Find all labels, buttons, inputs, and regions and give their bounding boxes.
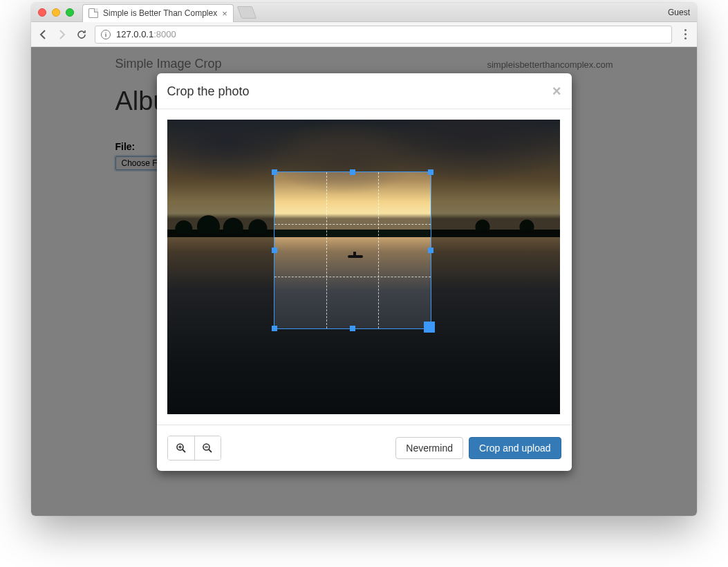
crop-handle-e[interactable] — [428, 248, 433, 253]
close-icon[interactable]: × — [552, 84, 561, 99]
crop-handle-nw[interactable] — [272, 169, 277, 175]
crop-selection[interactable] — [274, 172, 431, 328]
close-tab-icon[interactable]: × — [222, 8, 227, 19]
window-controls — [38, 8, 74, 17]
zoom-out-button[interactable] — [194, 436, 221, 460]
zoom-in-button[interactable] — [168, 436, 194, 460]
url-text: 127.0.0.1:8000 — [116, 29, 176, 39]
page-icon — [88, 8, 98, 18]
crop-handle-sw[interactable] — [272, 326, 277, 331]
crop-grid-line — [326, 172, 327, 328]
browser-toolbar: i 127.0.0.1:8000 — [31, 22, 697, 47]
crop-handle-se[interactable] — [424, 322, 435, 333]
crop-grid-line — [378, 172, 379, 328]
browser-window: Simple is Better Than Complex × Guest i … — [31, 3, 697, 516]
modal-title: Crop the photo — [167, 84, 250, 99]
crop-modal: Crop the photo × — [157, 73, 572, 471]
modal-footer: Nevermind Crop and upload — [157, 425, 572, 471]
back-button[interactable] — [37, 28, 49, 41]
crop-handle-s[interactable] — [350, 326, 355, 331]
image-crop-canvas[interactable] — [167, 120, 560, 414]
crop-upload-button[interactable]: Crop and upload — [469, 437, 561, 459]
tab-title: Simple is Better Than Complex — [103, 8, 217, 18]
crop-grid-line — [274, 277, 431, 277]
titlebar: Simple is Better Than Complex × Guest — [31, 3, 697, 22]
minimize-window-icon[interactable] — [52, 8, 60, 17]
profile-label[interactable]: Guest — [668, 8, 690, 17]
crop-handle-w[interactable] — [272, 248, 277, 253]
maximize-window-icon[interactable] — [66, 8, 74, 17]
address-bar[interactable]: i 127.0.0.1:8000 — [95, 26, 672, 44]
svg-line-1 — [183, 449, 185, 452]
crop-handle-n[interactable] — [350, 169, 355, 175]
modal-body — [157, 109, 572, 425]
browser-tab[interactable]: Simple is Better Than Complex × — [82, 4, 234, 22]
close-window-icon[interactable] — [38, 8, 46, 17]
browser-menu-icon[interactable] — [679, 28, 691, 41]
reload-button[interactable] — [75, 28, 88, 41]
crop-handle-ne[interactable] — [428, 169, 433, 175]
crop-grid-line — [274, 224, 431, 225]
page-content: Simple Image Crop simpleisbetterthancomp… — [31, 47, 697, 516]
zoom-controls — [167, 436, 221, 461]
forward-button[interactable] — [56, 28, 68, 41]
svg-line-5 — [209, 449, 212, 452]
site-info-icon[interactable]: i — [101, 30, 111, 39]
new-tab-button[interactable] — [237, 6, 257, 19]
cancel-button[interactable]: Nevermind — [395, 437, 463, 459]
modal-header: Crop the photo × — [157, 73, 572, 109]
